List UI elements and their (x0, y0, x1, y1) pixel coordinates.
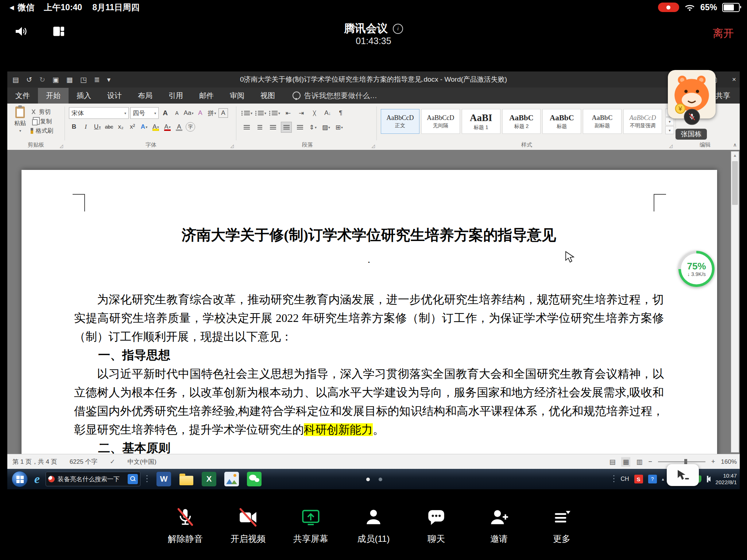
line-spacing-icon[interactable]: ⇕▾ (308, 122, 318, 132)
asian-layout-icon[interactable]: ╳ (309, 108, 320, 118)
style-normal[interactable]: AaBbCcD 正文 (381, 109, 419, 134)
search-button-icon[interactable] (128, 474, 138, 484)
cut-button[interactable]: 剪切 (31, 107, 53, 117)
taskbar-search-box[interactable]: 装备亮名什么搜索一下 (46, 472, 140, 486)
shading-icon[interactable]: ▨▾ (321, 122, 331, 132)
bold-icon[interactable]: B (69, 122, 79, 132)
character-shading-icon[interactable]: A (174, 122, 184, 132)
ime-indicator[interactable]: CH (620, 476, 629, 482)
borders-icon[interactable]: ⊞▾ (334, 122, 344, 132)
distribute-icon[interactable] (295, 122, 305, 132)
unmute-button[interactable]: 解除静音 (165, 507, 205, 545)
style-no-spacing[interactable]: AaBbCcD 无间隔 (421, 109, 460, 134)
volume-tray-icon[interactable] (707, 477, 711, 482)
pen-qat-icon[interactable]: ◳ (80, 75, 87, 84)
tell-me-box[interactable]: 告诉我您想要做什么… (293, 91, 377, 101)
grow-font-icon[interactable]: A (160, 108, 170, 118)
multilevel-list-icon[interactable]: ▾ (269, 108, 280, 118)
align-center-icon[interactable] (255, 122, 265, 132)
character-border-icon[interactable]: A (218, 108, 228, 118)
superscript-icon[interactable]: x² (127, 122, 138, 132)
tab-mailings[interactable]: 邮件 (191, 88, 222, 104)
collapse-ribbon-icon[interactable]: ∧ (733, 142, 737, 148)
styles-gallery-expand-icon[interactable]: ▾ (665, 126, 674, 134)
styles-scroll-down-icon[interactable]: ▾ (665, 117, 674, 125)
save-icon[interactable]: ▤ (12, 75, 19, 84)
annotation-button[interactable] (667, 464, 699, 486)
word-taskbar-icon[interactable]: W (156, 472, 171, 486)
zoom-slider[interactable] (658, 461, 705, 462)
table-qat-icon[interactable]: ≣ (94, 75, 100, 84)
tab-layout[interactable]: 布局 (130, 88, 160, 104)
undo-icon[interactable]: ↺ (26, 75, 32, 84)
paragraph-dialog-launcher-icon[interactable]: ◿ (372, 143, 375, 148)
explorer-taskbar-icon[interactable] (179, 472, 194, 486)
text-effects-icon[interactable]: A▾ (139, 122, 149, 132)
tray-expand-icon[interactable]: ▴ (662, 477, 664, 482)
tab-references[interactable]: 引用 (160, 88, 191, 104)
format-painter-button[interactable]: 格式刷 (31, 126, 53, 136)
document-qat-icon[interactable]: ▦ (66, 75, 73, 84)
zoom-out-icon[interactable]: − (648, 458, 652, 466)
close-window-icon[interactable]: × (732, 75, 736, 83)
align-right-icon[interactable] (268, 122, 278, 132)
tab-design[interactable]: 设计 (99, 88, 130, 104)
numbering-icon[interactable]: ▾ (255, 108, 266, 118)
sogou-tray-icon[interactable]: S (634, 475, 643, 483)
change-case-icon[interactable]: Aa▾ (183, 108, 194, 118)
meeting-info-icon[interactable]: i (393, 24, 403, 34)
language-indicator[interactable]: 中文(中国) (128, 458, 156, 466)
document-page[interactable]: 济南大学关于修(制)订学术学位研究生培养方案的指导意见 · 为深化研究生教育综合… (22, 170, 717, 454)
zoom-level[interactable]: 160% (721, 458, 737, 466)
network-quality-badge[interactable]: 75% ↓ 3.9K/s (678, 251, 715, 287)
leave-meeting-button[interactable]: 离开 (713, 26, 734, 41)
photos-taskbar-icon[interactable] (224, 472, 239, 486)
tab-insert[interactable]: 插入 (69, 88, 99, 104)
style-heading2[interactable]: AaBbC 标题 2 (502, 109, 541, 134)
proofing-icon[interactable]: ✓ (110, 458, 115, 466)
chat-button[interactable]: 聊天 (416, 507, 456, 545)
strikethrough-icon[interactable]: abc (104, 122, 114, 132)
paste-button[interactable]: 粘贴 ▾ (9, 104, 31, 136)
style-subtitle[interactable]: AaBbC 副标题 (583, 109, 622, 134)
tab-review[interactable]: 审阅 (222, 88, 252, 104)
shrink-font-icon[interactable]: A (172, 108, 182, 118)
zoom-in-icon[interactable]: + (711, 458, 715, 466)
font-name-select[interactable]: 宋体 ▾ (69, 107, 129, 119)
clear-formatting-icon[interactable]: A (195, 108, 205, 118)
participant-video-tile[interactable]: ¥ (668, 70, 716, 118)
members-button[interactable]: 成员(11) (353, 507, 394, 545)
zoom-slider-thumb[interactable] (684, 459, 687, 464)
web-layout-icon[interactable]: ▥ (636, 458, 642, 466)
back-to-wechat-icon[interactable]: ◀ (9, 4, 14, 11)
decrease-indent-icon[interactable]: ⇤ (283, 108, 293, 118)
word-count[interactable]: 6225 个字 (70, 458, 98, 466)
taskbar-clock[interactable]: 10:47 2022/8/1 (716, 472, 737, 486)
italic-icon[interactable]: I (81, 122, 91, 132)
phonetic-guide-icon[interactable]: 拼▾ (207, 108, 217, 118)
font-size-select[interactable]: 四号 ▾ (130, 107, 159, 119)
help-tray-icon[interactable]: ? (648, 475, 657, 483)
style-heading1[interactable]: AaBI 标题 1 (462, 109, 500, 134)
enclose-characters-icon[interactable]: 字 (186, 122, 195, 132)
share-screen-button[interactable]: 共享屏幕 (291, 507, 331, 545)
text-highlight-icon[interactable]: A▾ (151, 122, 161, 132)
clipboard-qat-icon[interactable]: ▣ (53, 75, 59, 84)
excel-taskbar-icon[interactable]: X (202, 472, 216, 486)
show-marks-icon[interactable]: ¶ (336, 108, 346, 118)
align-left-icon[interactable] (241, 122, 252, 132)
invite-button[interactable]: 邀请 (479, 507, 519, 545)
print-layout-icon[interactable]: ▦ (621, 457, 630, 467)
clipboard-dialog-launcher-icon[interactable]: ◿ (60, 143, 63, 148)
scroll-up-icon[interactable]: ▲ (731, 152, 739, 158)
tab-view[interactable]: 视图 (252, 88, 283, 104)
copy-button[interactable]: 复制 (31, 117, 53, 126)
increase-indent-icon[interactable]: ⇥ (296, 108, 306, 118)
redo-icon[interactable]: ↻ (39, 75, 45, 84)
read-mode-icon[interactable]: ▤ (609, 458, 615, 466)
customize-toolbar-icon[interactable]: ▾ (107, 75, 111, 84)
page-indicator[interactable]: 第 1 页，共 4 页 (12, 458, 57, 466)
font-dialog-launcher-icon[interactable]: ◿ (231, 143, 234, 148)
styles-dialog-launcher-icon[interactable]: ◿ (669, 143, 673, 148)
tab-file[interactable]: 文件 (7, 88, 38, 104)
